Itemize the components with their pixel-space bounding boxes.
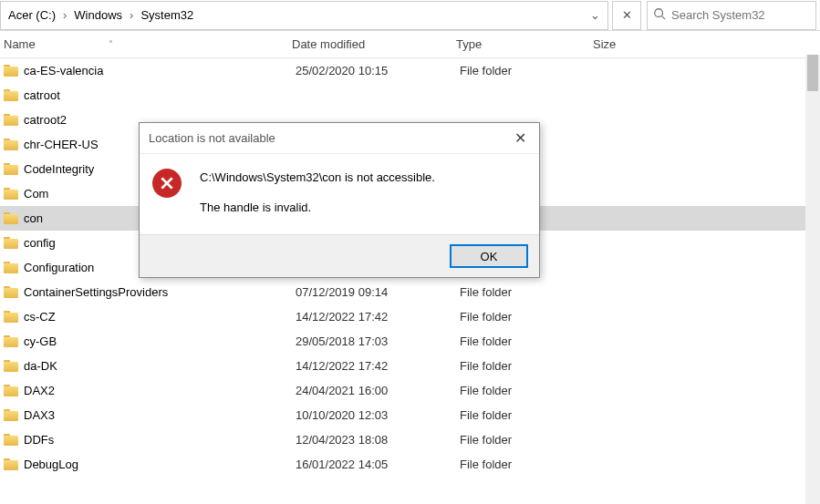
sort-asc-icon: ˄ (109, 39, 113, 49)
table-row[interactable]: ca-ES-valencia25/02/2020 10:15File folde… (0, 58, 820, 83)
file-type: File folder (460, 433, 597, 447)
folder-icon (4, 385, 18, 396)
folder-icon (4, 188, 18, 200)
svg-point-0 (655, 9, 663, 17)
table-row[interactable]: catroot (0, 83, 820, 108)
file-type: File folder (460, 359, 597, 373)
error-dialog: Location is not available ✕ C:\Windows\S… (139, 122, 540, 278)
search-box[interactable] (647, 1, 816, 30)
dialog-title: Location is not available (149, 131, 275, 145)
file-name: ContainerSettingsProviders (24, 285, 296, 299)
file-type: File folder (460, 285, 597, 299)
file-date: 16/01/2022 14:05 (296, 458, 460, 471)
file-date: 10/10/2020 12:03 (296, 408, 460, 422)
folder-icon (4, 114, 18, 126)
header-type[interactable]: Type (456, 37, 593, 51)
scrollbar-thumb[interactable] (807, 55, 818, 91)
file-date: 14/12/2022 17:42 (296, 359, 460, 373)
folder-icon (4, 409, 18, 421)
search-icon (653, 7, 666, 23)
refresh-button[interactable]: ✕ (612, 1, 641, 30)
address-bar: Acer (C:) › Windows › System32 ⌄ ✕ (0, 0, 820, 31)
folder-icon (4, 139, 18, 150)
folder-icon (4, 163, 18, 175)
ok-button[interactable]: OK (450, 244, 528, 268)
close-icon[interactable]: ✕ (511, 126, 530, 150)
file-date: 14/12/2022 17:42 (296, 310, 460, 324)
header-date[interactable]: Date modified (292, 37, 456, 51)
table-row[interactable]: da-DK14/12/2022 17:42File folder (0, 354, 820, 378)
file-name: catroot (24, 88, 296, 102)
folder-icon (4, 262, 18, 273)
folder-icon (4, 311, 18, 323)
dialog-titlebar: Location is not available ✕ (140, 123, 539, 154)
table-row[interactable]: DebugLog16/01/2022 14:05File folder (0, 452, 820, 477)
file-date: 24/04/2021 16:00 (296, 384, 460, 397)
header-name[interactable]: Name ˄ (0, 37, 292, 51)
file-name: da-DK (24, 359, 296, 373)
error-icon (152, 169, 182, 198)
folder-icon (4, 89, 18, 101)
file-date: 07/12/2019 09:14 (296, 285, 460, 299)
table-row[interactable]: ContainerSettingsProviders07/12/2019 09:… (0, 280, 820, 304)
breadcrumb[interactable]: Acer (C:) › Windows › System32 ⌄ (0, 1, 608, 30)
table-row[interactable]: DAX224/04/2021 16:00File folder (0, 378, 820, 403)
file-type: File folder (460, 384, 597, 397)
file-date: 25/02/2020 10:15 (296, 64, 460, 77)
file-name: DAX2 (24, 384, 296, 397)
search-input[interactable] (671, 8, 810, 22)
header-name-label: Name (4, 37, 36, 51)
file-name: DebugLog (24, 458, 296, 471)
file-name: ca-ES-valencia (24, 64, 296, 77)
svg-line-1 (662, 16, 666, 20)
chevron-right-icon: › (61, 8, 68, 22)
file-type: File folder (460, 334, 597, 348)
folder-icon (4, 434, 18, 446)
folder-icon (4, 286, 18, 298)
breadcrumb-system32[interactable]: System32 (135, 8, 199, 22)
column-headers: Name ˄ Date modified Type Size (0, 31, 820, 58)
file-type: File folder (460, 458, 597, 471)
file-name: DDFs (24, 433, 296, 447)
file-name: DAX3 (24, 408, 296, 422)
table-row[interactable]: DDFs12/04/2023 18:08File folder (0, 427, 820, 452)
file-date: 12/04/2023 18:08 (296, 433, 460, 447)
dialog-body: C:\Windows\System32\con is not accessibl… (140, 154, 539, 234)
file-type: File folder (460, 64, 597, 77)
dialog-message-1: C:\Windows\System32\con is not accessibl… (200, 170, 435, 184)
file-name: cy-GB (24, 334, 296, 348)
table-row[interactable]: DAX310/10/2020 12:03File folder (0, 403, 820, 427)
folder-icon (4, 212, 18, 224)
dialog-footer: OK (140, 234, 539, 277)
breadcrumb-root[interactable]: Acer (C:) (3, 8, 61, 22)
breadcrumb-windows[interactable]: Windows (68, 8, 128, 22)
folder-icon (4, 335, 18, 347)
chevron-down-icon[interactable]: ⌄ (582, 3, 607, 28)
folder-icon (4, 458, 18, 470)
folder-icon (4, 360, 18, 372)
scrollbar[interactable] (805, 55, 820, 504)
folder-icon (4, 65, 18, 77)
dialog-message-2: The handle is invalid. (200, 201, 435, 214)
file-type: File folder (460, 408, 597, 422)
file-date: 29/05/2018 17:03 (296, 334, 460, 348)
table-row[interactable]: cy-GB29/05/2018 17:03File folder (0, 329, 820, 354)
chevron-right-icon: › (128, 8, 135, 22)
header-size[interactable]: Size (593, 37, 684, 51)
folder-icon (4, 237, 18, 249)
dialog-messages: C:\Windows\System32\con is not accessibl… (200, 169, 435, 214)
table-row[interactable]: cs-CZ14/12/2022 17:42File folder (0, 304, 820, 329)
file-name: cs-CZ (24, 310, 296, 324)
file-type: File folder (460, 310, 597, 324)
